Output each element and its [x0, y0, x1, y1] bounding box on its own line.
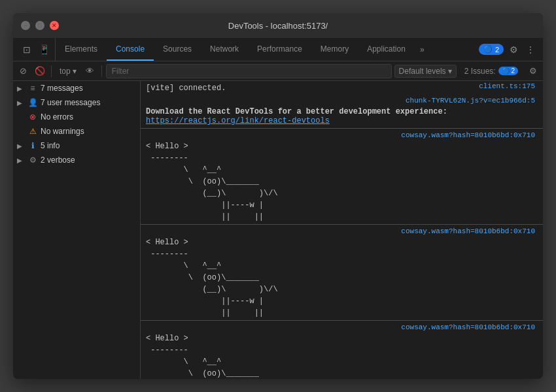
- issues-count: 2: [495, 46, 499, 54]
- default-levels-selector[interactable]: Default levels ▾: [394, 65, 457, 78]
- main-area: ▶ ≡ 7 messages ▶ 👤 7 user messages ▶ ⊗ N…: [13, 81, 543, 379]
- sidebar-item-errors[interactable]: ▶ ⊗ No errors: [13, 110, 140, 124]
- tab-bar: ⊡ 📱 Elements Console Sources Network Per…: [13, 38, 543, 61]
- verbose-icon: ⚙: [27, 155, 38, 165]
- console-settings-icon[interactable]: ⚙: [526, 64, 540, 78]
- sidebar-item-label: 2 verbose: [41, 155, 75, 165]
- console-source-cowsay-3[interactable]: cowsay.wasm?hash=8010b6bd:0x710: [401, 323, 538, 331]
- window-title: DevTools - localhost:5173/: [228, 21, 328, 31]
- sidebar-item-label: 5 info: [41, 141, 60, 150]
- tab-elements[interactable]: Elements: [56, 38, 107, 61]
- tab-network[interactable]: Network: [201, 38, 248, 61]
- tab-memory[interactable]: Memory: [311, 38, 358, 61]
- sidebar-item-label: No errors: [41, 112, 73, 122]
- devtools-device-icon[interactable]: 📱: [37, 42, 51, 57]
- minimize-button[interactable]: –: [21, 21, 30, 30]
- cowsay-source-3: cowsay.wasm?hash=8010b6bd:0x710: [141, 322, 543, 333]
- console-devtools-text: Download the React DevTools for a better…: [146, 107, 447, 116]
- title-bar: – □ ✕ DevTools - localhost:5173/: [13, 13, 543, 38]
- cowsay-text-1: < Hello > -------- \ ^__^ \ (oo)\_______…: [146, 140, 538, 223]
- more-options-icon[interactable]: ⋮: [523, 42, 538, 57]
- console-source-cowsay-1[interactable]: cowsay.wasm?hash=8010b6bd:0x710: [401, 131, 538, 139]
- console-divider-3: [141, 320, 543, 321]
- level-selector[interactable]: top ▾: [56, 65, 80, 77]
- console-line-chunk-source: chunk-TYRVL62N.js?v=ec1b966d:5: [141, 95, 543, 106]
- tab-right-controls: 🔵 2 ⚙ ⋮: [479, 42, 540, 57]
- info-icon: ℹ: [27, 141, 38, 150]
- filter-icon[interactable]: 🚫: [33, 64, 47, 78]
- sidebar-item-label: 7 user messages: [41, 98, 100, 107]
- eye-icon[interactable]: 👁: [83, 64, 97, 78]
- issues-badge[interactable]: 🔵 2: [479, 44, 504, 55]
- console-divider-2: [141, 224, 543, 225]
- maximize-button[interactable]: □: [35, 21, 44, 30]
- error-icon: ⊗: [27, 112, 38, 122]
- level-label: top: [60, 67, 71, 76]
- sidebar-item-info[interactable]: ▶ ℹ 5 info: [13, 139, 140, 153]
- console-divider-1: [141, 128, 543, 129]
- tab-console[interactable]: Console: [107, 38, 154, 61]
- clear-console-icon[interactable]: ⊘: [16, 64, 30, 78]
- issues-num-badge: 🔵 2: [498, 67, 518, 75]
- sidebar-item-all-messages[interactable]: ▶ ≡ 7 messages: [13, 81, 140, 95]
- toolbar-divider-2: [101, 65, 102, 77]
- console-line-devtools: Download the React DevTools for a better…: [141, 106, 543, 127]
- sidebar-item-label: No warnings: [41, 127, 84, 136]
- tab-performance[interactable]: Performance: [248, 38, 311, 61]
- default-levels-label: Default levels: [399, 67, 446, 76]
- user-icon: 👤: [27, 98, 38, 107]
- console-source-vite[interactable]: client.ts:175: [479, 82, 538, 90]
- sidebar-item-warnings[interactable]: ▶ ⚠ No warnings: [13, 124, 140, 139]
- console-line: [vite] connected. client.ts:175: [141, 81, 543, 95]
- arrow-icon: ▶: [17, 157, 25, 164]
- level-dropdown-icon: ▾: [73, 67, 77, 76]
- tab-application[interactable]: Application: [358, 38, 415, 61]
- toolbar-divider-1: [51, 65, 52, 77]
- issues-icon: 🔵: [483, 45, 493, 54]
- arrow-icon: ▶: [17, 99, 25, 106]
- console-toolbar: ⊘ 🚫 top ▾ 👁 Default levels ▾ 2 Issues: 🔵…: [13, 61, 543, 81]
- warn-icon: ⚠: [27, 127, 38, 136]
- issues-count-display: 2 Issues: 🔵 2: [459, 65, 523, 77]
- cowsay-block-1: < Hello > -------- \ ^__^ \ (oo)\_______…: [141, 140, 543, 223]
- console-devtools-link[interactable]: https://reactjs.org/link/react-devtools: [146, 116, 330, 125]
- close-button[interactable]: ✕: [50, 21, 59, 30]
- tab-list: Elements Console Sources Network Perform…: [56, 38, 479, 61]
- console-source-cowsay-2[interactable]: cowsay.wasm?hash=8010b6bd:0x710: [401, 227, 538, 235]
- cowsay-text-3: < Hello > -------- \ ^__^ \ (oo)\_______…: [146, 333, 538, 379]
- console-vite-text: [vite] connected.: [146, 82, 479, 94]
- sidebar-item-verbose[interactable]: ▶ ⚙ 2 verbose: [13, 153, 140, 167]
- devtools-window: – □ ✕ DevTools - localhost:5173/ ⊡ 📱 Ele…: [13, 13, 543, 379]
- console-sidebar: ▶ ≡ 7 messages ▶ 👤 7 user messages ▶ ⊗ N…: [13, 81, 141, 379]
- cowsay-source-2: cowsay.wasm?hash=8010b6bd:0x710: [141, 226, 543, 237]
- window-controls: – □ ✕: [21, 21, 59, 30]
- cowsay-text-2: < Hello > -------- \ ^__^ \ (oo)\_______…: [146, 237, 538, 319]
- tab-sources[interactable]: Sources: [154, 38, 201, 61]
- devtools-inspect-icon[interactable]: ⊡: [20, 42, 34, 57]
- issues-count-text: 2 Issues:: [464, 67, 496, 76]
- cowsay-block-2: < Hello > -------- \ ^__^ \ (oo)\_______…: [141, 237, 543, 319]
- devtools-icons: ⊡ 📱: [16, 38, 56, 61]
- tab-more-button[interactable]: »: [415, 45, 430, 54]
- cowsay-source-1: cowsay.wasm?hash=8010b6bd:0x710: [141, 130, 543, 140]
- filter-input[interactable]: [106, 64, 392, 78]
- arrow-icon: ▶: [17, 85, 25, 92]
- sidebar-item-user-messages[interactable]: ▶ 👤 7 user messages: [13, 95, 140, 110]
- cowsay-block-3: < Hello > -------- \ ^__^ \ (oo)\_______…: [141, 333, 543, 379]
- list-icon: ≡: [27, 84, 38, 93]
- sidebar-item-label: 7 messages: [41, 84, 83, 93]
- default-levels-dropdown-icon: ▾: [448, 67, 452, 76]
- console-source-chunk[interactable]: chunk-TYRVL62N.js?v=ec1b966d:5: [406, 97, 538, 105]
- console-output[interactable]: [vite] connected. client.ts:175 chunk-TY…: [141, 81, 543, 379]
- arrow-icon: ▶: [17, 142, 25, 150]
- settings-icon[interactable]: ⚙: [506, 42, 521, 57]
